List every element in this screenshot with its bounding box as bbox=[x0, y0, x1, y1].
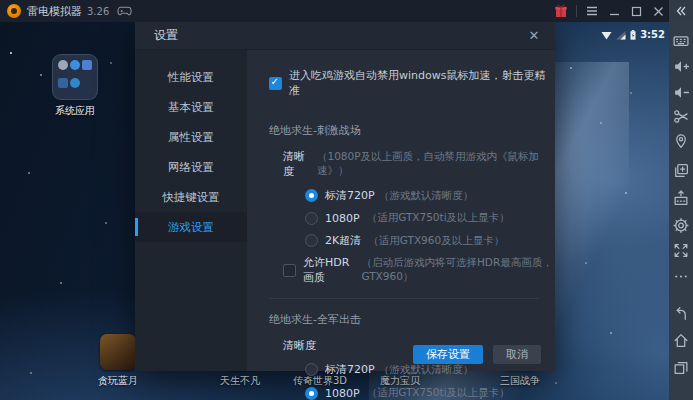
dialog-close-icon[interactable]: ✕ bbox=[525, 28, 543, 43]
system-apps-folder[interactable]: 系统应用 bbox=[43, 54, 107, 118]
radio-unselected-icon[interactable] bbox=[305, 363, 318, 376]
signal-icon bbox=[616, 25, 626, 44]
menu-item-shortcuts[interactable]: 快捷键设置 bbox=[135, 182, 247, 212]
section-divider bbox=[269, 298, 539, 299]
dialog-title: 设置 bbox=[154, 27, 178, 44]
radio-row-720p-2[interactable]: 标清720P （游戏默认清晰度） bbox=[305, 362, 555, 377]
option-label: 1080P bbox=[325, 387, 360, 400]
option-hint: （游戏默认清晰度） bbox=[379, 363, 474, 377]
option-label: 标清720P bbox=[325, 188, 375, 203]
dock-app-label: 天生不凡 bbox=[205, 374, 275, 388]
clarity-label: 清晰度 bbox=[283, 338, 316, 353]
dialog-body: 性能设置 基本设置 属性设置 网络设置 快捷键设置 游戏设置 进入吃鸡游戏自动禁… bbox=[135, 50, 555, 371]
star-field bbox=[10, 52, 12, 54]
cancel-button[interactable]: 取消 bbox=[493, 345, 541, 364]
title-bar: 雷电模拟器 3.26 bbox=[0, 0, 669, 22]
close-icon[interactable] bbox=[647, 0, 669, 22]
mini-globe-icon bbox=[70, 60, 80, 70]
status-time: 3:52 bbox=[640, 29, 665, 40]
checkbox-unchecked-icon[interactable] bbox=[283, 264, 296, 277]
mini-camera-icon bbox=[70, 78, 80, 88]
option-label: 1080P bbox=[325, 212, 360, 225]
dialog-buttons: 保存设置 取消 bbox=[413, 345, 541, 364]
battery-icon bbox=[630, 25, 636, 44]
section-heading-cjzc: 绝地求生-刺激战场 bbox=[269, 123, 555, 138]
gamepad-icon[interactable] bbox=[117, 5, 132, 17]
android-status-bar: 3:52 bbox=[601, 25, 665, 44]
mini-folder-icon bbox=[82, 60, 92, 70]
add-window-icon[interactable] bbox=[673, 162, 690, 179]
radio-selected-icon[interactable] bbox=[305, 189, 318, 202]
app-logo bbox=[7, 4, 21, 18]
mouse-accel-label: 进入吃鸡游戏自动禁用windows鼠标加速，射击更精准 bbox=[289, 68, 555, 98]
radio-unselected-icon[interactable] bbox=[305, 212, 318, 225]
collapse-rail-icon[interactable] bbox=[669, 0, 693, 22]
section-heading-qjcj: 绝地求生-全军出击 bbox=[269, 312, 555, 327]
menu-item-basic[interactable]: 基本设置 bbox=[135, 92, 247, 122]
game-settings-panel: 进入吃鸡游戏自动禁用windows鼠标加速，射击更精准 绝地求生-刺激战场 清晰… bbox=[247, 50, 555, 371]
hamburger-menu-icon[interactable] bbox=[581, 0, 603, 22]
radio-row-1080p-2[interactable]: 1080P （适用GTX750ti及以上显卡） bbox=[305, 386, 555, 400]
gift-icon[interactable] bbox=[550, 0, 572, 22]
fullscreen-icon[interactable] bbox=[673, 242, 690, 259]
tool-rail bbox=[669, 22, 693, 400]
mini-app-icon bbox=[58, 78, 68, 88]
home-icon[interactable] bbox=[673, 332, 690, 349]
gear-icon[interactable] bbox=[673, 217, 690, 234]
dialog-header: 设置 ✕ bbox=[135, 22, 555, 50]
option-label: 2K超清 bbox=[325, 233, 361, 248]
option-label: 标清720P bbox=[325, 362, 375, 377]
radio-unselected-icon[interactable] bbox=[305, 234, 318, 247]
radio-row-1080p[interactable]: 1080P （适用GTX750ti及以上显卡） bbox=[305, 211, 555, 225]
maximize-icon[interactable] bbox=[625, 0, 647, 22]
emulator-window: 雷电模拟器 3.26 bbox=[0, 0, 693, 400]
option-hint: （适用GTX750ti及以上显卡） bbox=[367, 386, 510, 400]
hdr-label: 允许HDR画质 bbox=[303, 255, 357, 285]
app-icon bbox=[100, 334, 136, 370]
checkbox-checked-icon[interactable] bbox=[269, 77, 282, 90]
dock-app-label: 贪玩蓝月 bbox=[83, 374, 153, 388]
clarity-line: 清晰度 （1080P及以上画质，自动禁用游戏内《鼠标加速》） bbox=[283, 149, 555, 179]
mouse-accel-checkbox-row[interactable]: 进入吃鸡游戏自动禁用windows鼠标加速，射击更精准 bbox=[269, 68, 555, 98]
minimize-icon[interactable] bbox=[603, 0, 625, 22]
folder-label: 系统应用 bbox=[43, 104, 107, 118]
app-version: 3.26 bbox=[87, 6, 109, 17]
menu-item-performance[interactable]: 性能设置 bbox=[135, 62, 247, 92]
radio-row-2k[interactable]: 2K超清 （适用GTX960及以上显卡） bbox=[305, 233, 555, 248]
menu-item-properties[interactable]: 属性设置 bbox=[135, 122, 247, 152]
back-icon[interactable] bbox=[673, 305, 690, 322]
recents-icon[interactable] bbox=[673, 359, 690, 376]
volume-up-icon[interactable] bbox=[673, 58, 690, 75]
menu-item-game-settings[interactable]: 游戏设置 bbox=[135, 212, 247, 242]
option-hint: （适用GTX750ti及以上显卡） bbox=[367, 211, 510, 225]
folder-icon bbox=[52, 54, 98, 100]
option-hint: （适用GTX960及以上显卡） bbox=[368, 234, 504, 248]
window-controls bbox=[550, 0, 669, 22]
keyboard-icon[interactable] bbox=[673, 32, 690, 49]
mini-gear-icon bbox=[58, 60, 68, 70]
hdr-hint: （启动后游戏内将可选择HDR最高画质，GTX960） bbox=[361, 256, 555, 284]
volume-down-icon[interactable] bbox=[673, 84, 690, 101]
app-title: 雷电模拟器 bbox=[27, 4, 82, 19]
save-settings-button[interactable]: 保存设置 bbox=[413, 345, 483, 364]
option-hint: （游戏默认清晰度） bbox=[379, 189, 474, 203]
titlebar-separator bbox=[576, 5, 577, 17]
radio-selected-icon[interactable] bbox=[305, 387, 318, 400]
scissors-icon[interactable] bbox=[673, 108, 690, 125]
wifi-icon bbox=[601, 25, 612, 44]
clarity-label: 清晰度 bbox=[283, 149, 314, 179]
menu-item-network[interactable]: 网络设置 bbox=[135, 152, 247, 182]
settings-dialog: 设置 ✕ 性能设置 基本设置 属性设置 网络设置 快捷键设置 游戏设置 进入吃鸡… bbox=[135, 22, 555, 371]
hdr-checkbox-row[interactable]: 允许HDR画质 （启动后游戏内将可选择HDR最高画质，GTX960） bbox=[283, 255, 555, 285]
clarity-hint: （1080P及以上画质，自动禁用游戏内《鼠标加速》） bbox=[317, 150, 555, 178]
apk-install-icon[interactable] bbox=[673, 190, 690, 207]
more-dots-icon[interactable] bbox=[673, 268, 690, 285]
location-icon[interactable] bbox=[673, 133, 690, 150]
radio-row-720p[interactable]: 标清720P （游戏默认清晰度） bbox=[305, 188, 555, 203]
settings-menu: 性能设置 基本设置 属性设置 网络设置 快捷键设置 游戏设置 bbox=[135, 50, 247, 371]
